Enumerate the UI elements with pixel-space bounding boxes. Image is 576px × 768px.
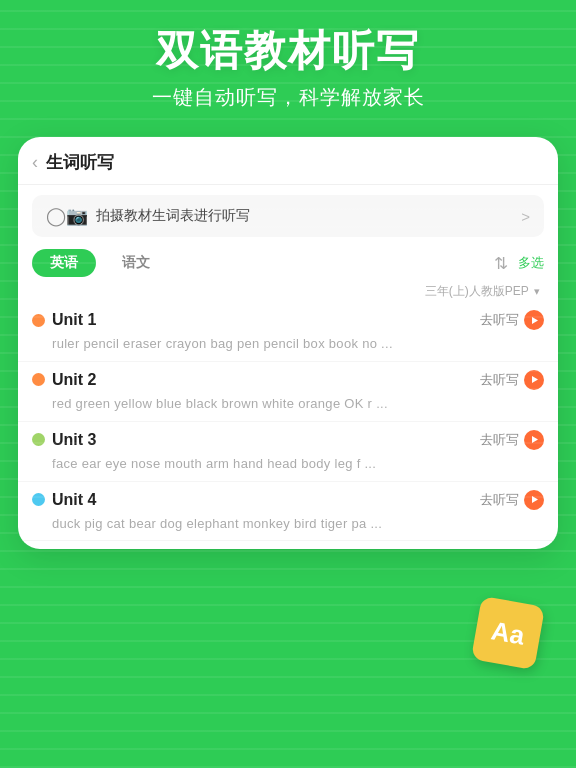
main-card: ‹ 生词听写 ◯📷 拍摄教材生词表进行听写 > 英语 语文 ⇅ 多选 三年(上)… xyxy=(18,137,558,549)
unit-words: duck pig cat bear dog elephant monkey bi… xyxy=(32,514,544,535)
svg-marker-1 xyxy=(532,376,538,383)
dictation-label[interactable]: 去听写 xyxy=(480,371,519,389)
camera-icon: ◯📷 xyxy=(46,205,88,227)
unit-name: Unit 1 xyxy=(52,311,96,329)
sub-title: 一键自动听写，科学解放家长 xyxy=(28,84,548,111)
camera-row[interactable]: ◯📷 拍摄教材生词表进行听写 > xyxy=(32,195,544,237)
unit-left: Unit 1 xyxy=(32,311,96,329)
unit-item: Unit 4 去听写 duck pig cat bear dog elephan… xyxy=(18,482,558,542)
dictation-label[interactable]: 去听写 xyxy=(480,431,519,449)
sticker: Aa xyxy=(476,601,548,673)
camera-row-text: 拍摄教材生词表进行听写 xyxy=(96,207,250,225)
dictation-label[interactable]: 去听写 xyxy=(480,311,519,329)
dictation-circle[interactable] xyxy=(524,310,544,330)
svg-marker-0 xyxy=(532,317,538,324)
dictation-circle[interactable] xyxy=(524,430,544,450)
unit-right[interactable]: 去听写 xyxy=(480,430,544,450)
camera-arrow-icon: > xyxy=(521,208,530,225)
unit-right[interactable]: 去听写 xyxy=(480,370,544,390)
unit-dot-icon xyxy=(32,433,45,446)
sticker-inner: Aa xyxy=(471,596,545,670)
unit-words: ruler pencil eraser crayon bag pen penci… xyxy=(32,334,544,355)
unit-left: Unit 3 xyxy=(32,431,96,449)
tab-chinese[interactable]: 语文 xyxy=(104,249,168,277)
back-arrow-icon[interactable]: ‹ xyxy=(32,152,38,173)
card-title: 生词听写 xyxy=(46,151,114,174)
unit-header: Unit 4 去听写 xyxy=(32,490,544,510)
camera-row-left: ◯📷 拍摄教材生词表进行听写 xyxy=(46,205,250,227)
unit-header: Unit 1 去听写 xyxy=(32,310,544,330)
unit-right[interactable]: 去听写 xyxy=(480,490,544,510)
main-title: 双语教材听写 xyxy=(28,28,548,74)
dictation-circle[interactable] xyxy=(524,490,544,510)
tabs-row: 英语 语文 ⇅ 多选 xyxy=(18,243,558,281)
unit-name: Unit 3 xyxy=(52,431,96,449)
tab-english[interactable]: 英语 xyxy=(32,249,96,277)
unit-right[interactable]: 去听写 xyxy=(480,310,544,330)
grade-label: 三年(上)人教版PEP xyxy=(425,284,529,298)
sticker-icon: Aa xyxy=(489,615,527,651)
dictation-label[interactable]: 去听写 xyxy=(480,491,519,509)
grade-row: 三年(上)人教版PEP ▾ xyxy=(18,281,558,302)
unit-words: red green yellow blue black brown white … xyxy=(32,394,544,415)
unit-name: Unit 2 xyxy=(52,371,96,389)
unit-item: Unit 2 去听写 red green yellow blue black b… xyxy=(18,362,558,422)
unit-name: Unit 4 xyxy=(52,491,96,509)
multi-select-button[interactable]: 多选 xyxy=(518,254,544,272)
unit-dot-icon xyxy=(32,373,45,386)
unit-words: face ear eye nose mouth arm hand head bo… xyxy=(32,454,544,475)
unit-header: Unit 3 去听写 xyxy=(32,430,544,450)
unit-dot-icon xyxy=(32,314,45,327)
unit-item: Unit 1 去听写 ruler pencil eraser crayon ba… xyxy=(18,302,558,362)
svg-marker-3 xyxy=(532,496,538,503)
header-area: 双语教材听写 一键自动听写，科学解放家长 xyxy=(0,0,576,127)
dictation-circle[interactable] xyxy=(524,370,544,390)
unit-left: Unit 2 xyxy=(32,371,96,389)
tabs-right: ⇅ 多选 xyxy=(494,253,544,274)
svg-marker-2 xyxy=(532,436,538,443)
unit-list: Unit 1 去听写 ruler pencil eraser crayon ba… xyxy=(18,302,558,541)
card-header: ‹ 生词听写 xyxy=(18,137,558,185)
unit-dot-icon xyxy=(32,493,45,506)
unit-item: Unit 3 去听写 face ear eye nose mouth arm h… xyxy=(18,422,558,482)
grade-dropdown-icon[interactable]: ▾ xyxy=(534,285,540,297)
unit-header: Unit 2 去听写 xyxy=(32,370,544,390)
unit-left: Unit 4 xyxy=(32,491,96,509)
filter-icon[interactable]: ⇅ xyxy=(494,253,508,274)
